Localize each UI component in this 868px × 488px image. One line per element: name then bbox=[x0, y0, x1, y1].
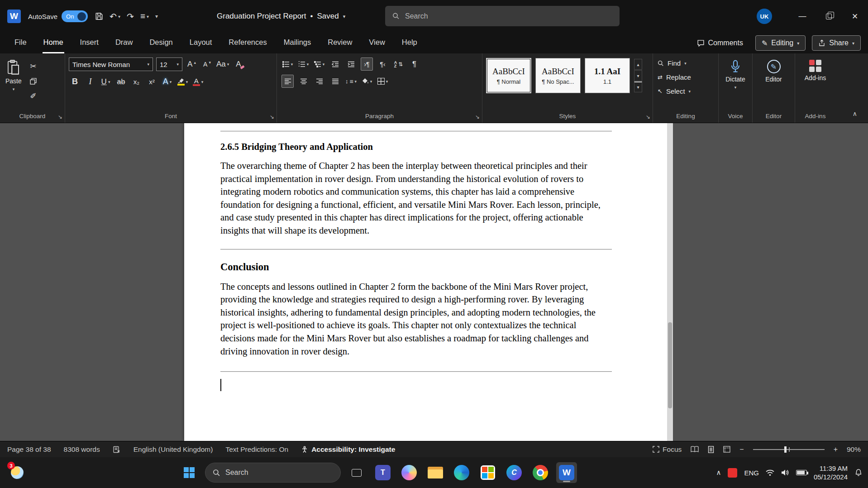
redo-button[interactable]: ↷ bbox=[127, 11, 134, 22]
increase-indent-button[interactable] bbox=[345, 57, 357, 71]
tab-mailings[interactable]: Mailings bbox=[283, 33, 312, 53]
copy-button[interactable] bbox=[27, 75, 39, 88]
quick-command-button[interactable]: ≡ ▾ bbox=[140, 11, 149, 21]
notification-center-button[interactable] bbox=[854, 469, 863, 477]
proofing-status[interactable] bbox=[113, 446, 121, 453]
microsoft-store-button[interactable] bbox=[477, 462, 498, 483]
autosave-control[interactable]: AutoSave On bbox=[28, 10, 88, 22]
zoom-in-button[interactable]: + bbox=[834, 445, 838, 454]
italic-button[interactable]: I bbox=[84, 75, 96, 88]
style-no-spacing[interactable]: AaBbCcI ¶ No Spac... bbox=[535, 58, 581, 93]
task-view-button[interactable] bbox=[346, 462, 367, 483]
close-button[interactable]: ✕ bbox=[842, 0, 868, 33]
tab-file[interactable]: File bbox=[14, 33, 28, 53]
addins-button[interactable]: Add-ins bbox=[798, 56, 833, 82]
battery-icon[interactable] bbox=[796, 470, 807, 475]
chrome-button[interactable] bbox=[530, 462, 551, 483]
format-painter-button[interactable]: ✐ bbox=[27, 90, 39, 103]
language-status[interactable]: English (United Kingdom) bbox=[134, 445, 213, 454]
tray-show-hidden-icons-button[interactable]: ∧ bbox=[716, 469, 721, 477]
text-effects-button[interactable]: A▾ bbox=[161, 75, 173, 88]
rtl-direction-button[interactable]: ¶‹ bbox=[377, 57, 389, 71]
word-taskbar-button[interactable]: W bbox=[556, 462, 577, 483]
web-layout-button[interactable] bbox=[723, 446, 730, 453]
volume-icon[interactable] bbox=[781, 469, 789, 476]
multilevel-list-button[interactable]: ▾ bbox=[313, 57, 325, 71]
cut-button[interactable]: ✂ bbox=[27, 60, 39, 73]
editing-mode-button[interactable]: ✎ Editing ▾ bbox=[755, 35, 806, 51]
focus-mode-button[interactable]: Focus bbox=[653, 445, 682, 454]
numbering-button[interactable]: ▾ bbox=[297, 57, 310, 71]
customize-toolbar-button[interactable]: ▾ bbox=[155, 13, 158, 19]
read-mode-button[interactable] bbox=[691, 446, 699, 453]
grow-font-button[interactable]: A▴ bbox=[186, 58, 198, 71]
zoom-out-button[interactable]: − bbox=[739, 445, 744, 454]
style-list-number[interactable]: 1.1 AaI 1.1 bbox=[585, 58, 630, 93]
title-dropdown-icon[interactable]: ▾ bbox=[343, 14, 346, 19]
paste-button[interactable]: Paste ▾ bbox=[3, 56, 24, 103]
clear-formatting-button[interactable]: A bbox=[232, 58, 244, 71]
highlight-color-button[interactable]: ▾ bbox=[176, 75, 189, 88]
comments-button[interactable]: Comments bbox=[691, 35, 749, 51]
font-size-combo[interactable]: 12 ▾ bbox=[156, 57, 182, 71]
zoom-level-button[interactable]: 90% bbox=[847, 445, 861, 454]
style-normal[interactable]: AaBbCcI ¶ Normal bbox=[486, 58, 531, 93]
align-left-button[interactable] bbox=[281, 75, 294, 88]
shrink-font-button[interactable]: A▾ bbox=[201, 58, 213, 71]
replace-button[interactable]: ⇄ Replace bbox=[656, 70, 715, 84]
tab-insert[interactable]: Insert bbox=[79, 33, 100, 53]
zoom-slider[interactable] bbox=[753, 449, 825, 450]
copilot-button[interactable] bbox=[399, 462, 420, 483]
bold-button[interactable]: B bbox=[69, 75, 81, 88]
edge-button[interactable] bbox=[451, 462, 472, 483]
show-formatting-button[interactable]: ¶ bbox=[408, 57, 420, 71]
ltr-direction-button[interactable]: ›¶ bbox=[361, 57, 373, 71]
tray-app-icon[interactable] bbox=[728, 468, 737, 478]
clock[interactable]: 11:39 AM 05/12/2024 bbox=[814, 464, 848, 482]
zoom-slider-thumb[interactable] bbox=[784, 446, 787, 453]
tab-home[interactable]: Home bbox=[43, 33, 64, 53]
accessibility-status[interactable]: Accessibility: Investigate bbox=[301, 445, 395, 454]
align-center-button[interactable] bbox=[297, 75, 310, 88]
clipboard-dialog-launcher[interactable]: ↘ bbox=[58, 114, 62, 120]
taskbar-search-box[interactable]: Search bbox=[205, 463, 341, 483]
tab-view[interactable]: View bbox=[368, 33, 386, 53]
borders-button[interactable]: ▾ bbox=[377, 75, 389, 88]
widgets-button[interactable]: 3 bbox=[7, 463, 27, 483]
styles-scroll-down-button[interactable]: ▾ bbox=[634, 70, 642, 81]
save-button[interactable] bbox=[95, 12, 103, 20]
undo-dropdown-icon[interactable]: ▾ bbox=[118, 14, 120, 19]
sort-button[interactable]: AZ ⇅ bbox=[392, 57, 405, 71]
editor-button[interactable]: ✎ Editor bbox=[755, 56, 792, 84]
file-explorer-button[interactable] bbox=[425, 462, 446, 483]
undo-button[interactable]: ↶ ▾ bbox=[110, 11, 120, 22]
search-input[interactable] bbox=[405, 12, 612, 20]
title-search-box[interactable] bbox=[385, 6, 620, 26]
canva-button[interactable]: C bbox=[504, 462, 525, 483]
tab-design[interactable]: Design bbox=[148, 33, 173, 53]
underline-button[interactable]: U▾ bbox=[100, 75, 112, 88]
dictate-button[interactable]: Dictate ▾ bbox=[721, 56, 749, 91]
change-case-button[interactable]: Aa▾ bbox=[216, 58, 229, 71]
align-right-button[interactable] bbox=[313, 75, 325, 88]
shading-button[interactable]: ▾ bbox=[361, 75, 373, 88]
select-button[interactable]: ↖ Select ▾ bbox=[656, 84, 715, 98]
start-button[interactable] bbox=[179, 462, 200, 483]
input-language-indicator[interactable]: ENG bbox=[744, 469, 759, 477]
find-button[interactable]: Find ▾ bbox=[656, 56, 715, 70]
justify-button[interactable] bbox=[329, 75, 341, 88]
print-layout-button[interactable] bbox=[708, 446, 714, 453]
text-predictions-status[interactable]: Text Predictions: On bbox=[225, 445, 288, 454]
quick-command-dropdown-icon[interactable]: ▾ bbox=[147, 14, 149, 19]
bullets-button[interactable]: ▾ bbox=[281, 57, 294, 71]
page-number-status[interactable]: Page 38 of 38 bbox=[7, 445, 51, 454]
font-color-button[interactable]: A ▾ bbox=[192, 75, 204, 88]
superscript-button[interactable]: x² bbox=[146, 75, 158, 88]
share-button[interactable]: Share ▾ bbox=[812, 35, 861, 51]
word-count-status[interactable]: 8308 words bbox=[64, 445, 100, 454]
word-app-icon[interactable]: W bbox=[7, 10, 21, 23]
restore-button[interactable] bbox=[816, 0, 842, 33]
font-dialog-launcher[interactable]: ↘ bbox=[270, 114, 274, 120]
strikethrough-button[interactable]: ab bbox=[115, 75, 127, 88]
decrease-indent-button[interactable] bbox=[329, 57, 341, 71]
